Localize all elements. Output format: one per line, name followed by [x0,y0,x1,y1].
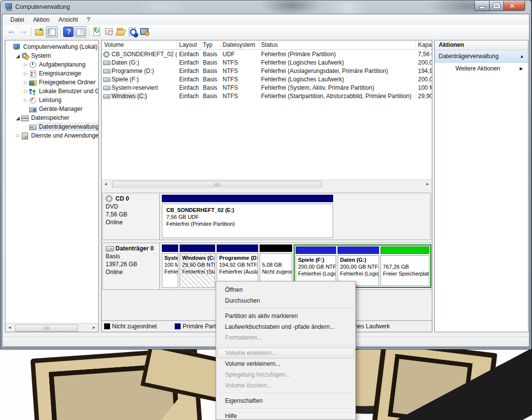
tree-expander-icon[interactable]: ◢ [14,115,21,121]
sidebar-item-performance[interactable]: ▷ Leistung [5,96,98,105]
context-menu-separator [218,345,354,346]
sidebar-item-computer[interactable]: Computerverwaltung (Lokal) [5,42,98,51]
context-menu-item[interactable]: Formatieren... [217,332,354,343]
tree-expander-icon[interactable]: ▷ [22,80,29,85]
partition-cell[interactable]: Spiele (F:) 200,00 GB NTFS Fehlerfrei (L… [296,246,336,286]
actions-group-disk-management[interactable]: Datenträgerverwaltung ▲ [435,50,528,63]
volume-row[interactable]: Windows (C:) Einfach Basis NTFS Fehlerfr… [102,92,432,100]
column-header[interactable]: Kapaz [416,40,432,49]
sidebar-item-services[interactable]: ▷ Dienste und Anwendungen [5,131,98,140]
cd0-label[interactable]: CD 0 DVD 7,56 GB Online [103,193,160,240]
context-menu-separator [218,308,354,309]
collapse-arrow-icon[interactable]: ▲ [520,54,524,59]
scroll-right-arrow-icon[interactable]: ► [90,323,98,332]
column-header[interactable]: Typ [200,40,220,49]
volume-list-scrollbar[interactable]: ◄ ► [102,179,432,188]
column-header[interactable]: Layout [177,40,200,49]
volume-row[interactable]: Spiele (F:) Einfach Basis NTFS Fehlerfre… [102,75,432,83]
context-menu-item[interactable]: Öffnen [217,284,354,295]
tree-expander-icon[interactable]: ▷ [22,98,29,103]
context-menu-item[interactable]: Hilfe [217,411,354,420]
partition-cell[interactable]: Windows (C:) 29,90 GB NTFS Fehlerfrei (S… [180,245,215,288]
tree-expander-icon[interactable]: ▷ [22,62,29,67]
volume-icon [103,68,111,74]
context-menu-item[interactable]: Partition als aktiv markieren [217,311,354,321]
help-icon[interactable] [63,27,74,37]
menubar-item[interactable]: Aktion [29,15,53,24]
tree-item-icon [29,97,37,104]
context-menu-item[interactable]: Eigenschaften [217,395,354,406]
scroll-right-arrow-icon[interactable]: ► [423,180,432,188]
tree-expander-icon[interactable]: ▷ [22,71,29,76]
column-header[interactable]: Dateisystem [220,40,259,49]
partition-cell[interactable]: Daten (G:) 200,00 GB NTFS Fehlerfrei (Lo… [338,246,379,286]
context-menu-item[interactable]: Volume erweitern... [217,348,354,358]
sidebar-item-disk-management[interactable]: Datenträgerverwaltung [5,122,98,131]
scrollbar-thumb[interactable] [15,324,78,332]
maximize-button[interactable] [490,1,503,11]
tree-expander-icon[interactable]: ◢ [14,53,21,59]
pane-icon[interactable] [46,26,58,37]
cd-icon [106,195,114,202]
tree-item-icon [21,53,29,59]
more-actions-item[interactable]: Weitere Aktionen ▶ [435,63,528,74]
partition-cell[interactable]: System-reserviert 100 MB NTFS Fehlerfrei… [162,245,178,288]
partition-color-strip [180,245,215,252]
open-folder-icon[interactable] [115,27,126,37]
disk0-label[interactable]: Datenträger 0 Basis 1397,26 GB Online [103,243,160,289]
pane2-icon[interactable] [75,26,86,37]
context-menu-item[interactable]: Volume verkleinern... [217,358,354,369]
actions-panel: Aktionen Datenträgerverwaltung ▲ Weitere… [434,40,529,332]
sidebar-item-device-manager[interactable]: Geräte-Manager [5,105,98,113]
menu-bar: DateiAktionAnsicht? [2,14,529,26]
scroll-left-arrow-icon[interactable]: ◄ [5,323,14,332]
back-icon[interactable] [6,27,17,37]
sidebar-item-users[interactable]: ▷ Lokale Benutzer und Gruppen [5,87,98,96]
volume-row[interactable]: Daten (G:) Einfach Basis NTFS Fehlerfrei… [102,58,432,67]
volume-icon [103,76,111,82]
sidebar-item-task-scheduler[interactable]: ▷ Aufgabenplanung [5,60,98,69]
volume-row[interactable]: Programme (D:) Einfach Basis NTFS Fehler… [102,67,432,75]
sidebar-item-shared-folders[interactable]: ▷ Freigegebene Ordner [5,78,98,87]
properties-icon[interactable] [104,27,114,37]
tree-expander-icon[interactable]: ▷ [22,89,29,94]
volume-row[interactable]: System-reserviert Einfach Basis NTFS Feh… [102,83,432,92]
scroll-left-arrow-icon[interactable]: ◄ [102,180,110,188]
column-header[interactable]: Volume [102,40,177,49]
context-menu-item[interactable]: Laufwerkbuchstaben und -pfade ändern... [217,321,354,332]
volume-row[interactable]: CB_SONDERHEFT_02 (E:) Einfach Basis UDF … [102,50,432,58]
close-button[interactable] [503,1,525,11]
context-menu-item[interactable]: Durchsuchen [217,295,354,306]
sidebar-item-system[interactable]: ◢ System [5,51,98,60]
computer-manage-icon[interactable] [139,27,150,37]
menubar-item[interactable]: Ansicht [54,15,81,24]
context-menu-item[interactable]: Volume löschen... [217,380,354,391]
toolbar-separator [89,28,89,36]
volume-icon [103,93,111,99]
minimize-button[interactable] [474,1,490,11]
volume-list-header[interactable]: VolumeLayoutTypDateisystemStatusKapaz [102,40,432,50]
cd0-row: CD 0 DVD 7,56 GB Online CB_SONDERHEFT_02… [102,193,431,240]
title-bar[interactable]: Computerverwaltung [0,0,531,14]
menubar-item[interactable]: ? [83,15,94,24]
sidebar-item-storage[interactable]: ◢ Datenspeicher [5,113,98,122]
tree-horizontal-scrollbar[interactable]: ◄ ► [5,323,98,332]
refresh-icon[interactable] [92,27,103,37]
search-icon[interactable] [127,27,138,37]
tree-item-icon [29,62,37,68]
context-menu-item[interactable]: Spiegelung hinzufügen... [217,369,354,380]
scrollbar-thumb[interactable] [112,181,322,188]
console-tree-panel: Computerverwaltung (Lokal) ◢ System ▷ Au… [5,40,99,332]
menubar-item[interactable]: Datei [6,15,28,24]
forward-icon[interactable] [18,27,29,37]
partition-cell-cdrom[interactable]: CB_SONDERHEFT_02 (E:) 7,56 GB UDF Fehler… [162,195,333,238]
legend-color-swatch [175,323,181,329]
partition-cell[interactable]: 767,26 GB Freier Speicherplatz [380,246,429,286]
tree-item-icon [13,44,21,50]
column-header[interactable]: Status [259,40,416,49]
sidebar-item-event-viewer[interactable]: ▷ Ereignisanzeige [5,69,98,78]
tree-item-icon [21,115,29,121]
folder-icon[interactable] [34,27,45,37]
tree-item-icon [29,124,37,130]
tree-expander-icon[interactable]: ▷ [14,133,21,138]
